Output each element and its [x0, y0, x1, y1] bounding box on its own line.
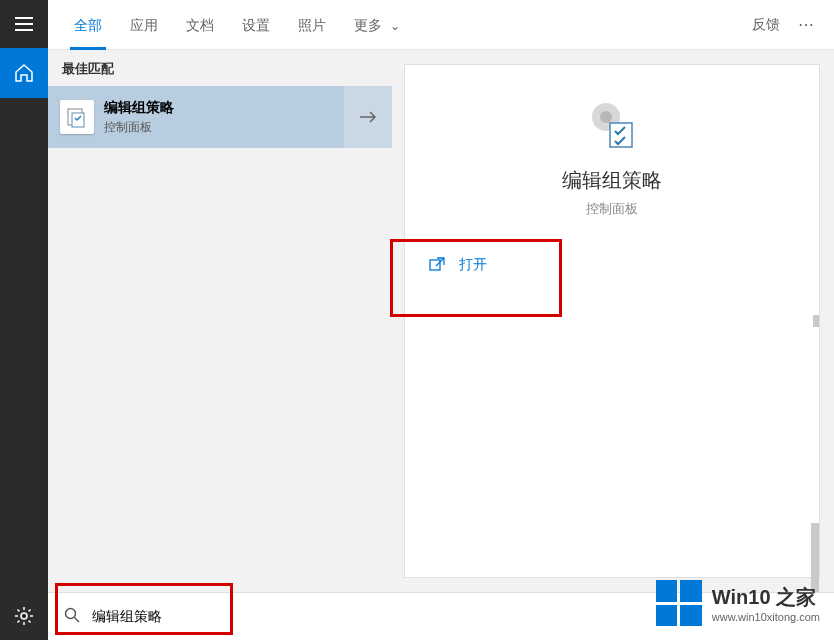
open-icon — [429, 257, 445, 274]
detail-subtitle: 控制面板 — [586, 200, 638, 218]
svg-rect-6 — [430, 260, 440, 270]
best-match-heading: 最佳匹配 — [48, 50, 392, 86]
overflow-button[interactable]: ⋯ — [790, 15, 822, 34]
tab-settings[interactable]: 设置 — [228, 0, 284, 50]
svg-point-4 — [600, 111, 612, 123]
sidebar — [0, 0, 48, 640]
tab-photos[interactable]: 照片 — [284, 0, 340, 50]
search-bar — [48, 592, 834, 640]
feedback-link[interactable]: 反馈 — [742, 16, 790, 34]
home-button[interactable] — [0, 48, 48, 98]
arrow-right-icon — [358, 110, 378, 124]
scrollbar-thumb[interactable] — [813, 315, 819, 327]
search-input[interactable] — [92, 609, 818, 625]
home-icon — [14, 63, 34, 83]
settings-button[interactable] — [0, 592, 48, 640]
filter-tabs: 全部 应用 文档 设置 照片 更多 ⌄ 反馈 ⋯ — [48, 0, 834, 50]
menu-icon — [15, 17, 33, 31]
detail-gpedit-icon — [584, 95, 640, 151]
gpedit-icon — [60, 100, 94, 134]
svg-point-0 — [21, 613, 27, 619]
tab-all[interactable]: 全部 — [60, 0, 116, 50]
result-select[interactable]: 编辑组策略 控制面板 — [48, 99, 344, 136]
gear-icon — [14, 606, 34, 626]
tab-apps[interactable]: 应用 — [116, 0, 172, 50]
detail-pane: 编辑组策略 控制面板 打开 — [404, 64, 820, 578]
result-item: 编辑组策略 控制面板 — [48, 86, 392, 148]
chevron-down-icon: ⌄ — [390, 19, 400, 33]
result-expand-button[interactable] — [344, 86, 392, 148]
svg-rect-5 — [610, 123, 632, 147]
content-area: 最佳匹配 编辑组策略 控制面板 — [48, 50, 834, 592]
tab-docs[interactable]: 文档 — [172, 0, 228, 50]
main-area: 全部 应用 文档 设置 照片 更多 ⌄ 反馈 ⋯ 最佳匹配 编辑组策略 控制面板 — [48, 0, 834, 640]
result-title: 编辑组策略 — [104, 99, 174, 117]
search-icon — [64, 607, 80, 627]
tab-more[interactable]: 更多 ⌄ — [340, 0, 414, 50]
result-subtitle: 控制面板 — [104, 119, 174, 136]
open-action[interactable]: 打开 — [405, 242, 819, 288]
detail-title: 编辑组策略 — [562, 167, 662, 194]
results-pane: 最佳匹配 编辑组策略 控制面板 — [48, 50, 392, 592]
hamburger-button[interactable] — [0, 0, 48, 48]
svg-point-7 — [66, 608, 76, 618]
open-label: 打开 — [459, 256, 487, 274]
